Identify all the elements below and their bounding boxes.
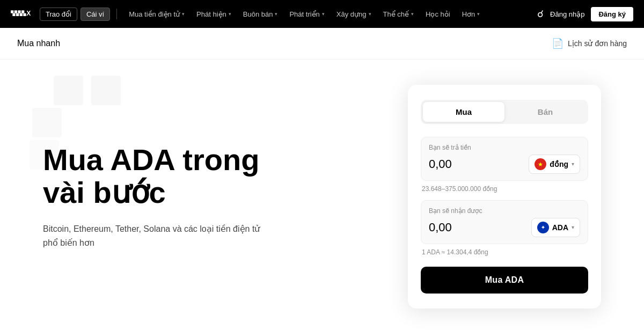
tab-buy[interactable]: Mua — [423, 102, 504, 122]
chevron-down-icon: ▾ — [411, 11, 414, 17]
svg-rect-0 — [11, 10, 13, 13]
chevron-down-icon: ▾ — [182, 11, 185, 17]
receive-currency-selector[interactable]: ✦ ADA ▾ — [531, 218, 580, 237]
svg-rect-5 — [21, 10, 24, 13]
nav-menu: Mua tiền điện tử ▾ Phát hiện ▾ Buôn bán … — [123, 7, 534, 21]
nav-item-buy[interactable]: Mua tiền điện tử ▾ — [123, 7, 190, 21]
buy-sell-card: Mua Bán Bạn sẽ trả tiền 0,00 đồng ▾ 23.6… — [408, 85, 601, 309]
pay-input-row: 0,00 đồng ▾ — [429, 155, 580, 174]
nav-item-institution[interactable]: Thể chế ▾ — [378, 7, 420, 21]
register-button[interactable]: Đăng ký — [591, 7, 633, 21]
vn-flag-icon — [535, 158, 546, 170]
nav-item-trade[interactable]: Buôn bán ▾ — [238, 7, 283, 21]
svg-rect-1 — [14, 10, 17, 13]
svg-rect-6 — [20, 13, 23, 16]
navbar: X Trao đổi Cái ví Mua tiền điện tử ▾ Phá… — [0, 0, 644, 28]
sub-header: Mua nhanh 📄 Lịch sử đơn hàng — [0, 28, 644, 60]
wallet-button[interactable]: Cái ví — [80, 8, 110, 21]
nav-item-more[interactable]: Hơn ▾ — [457, 7, 486, 21]
pay-currency-name: đồng — [550, 160, 568, 168]
svg-rect-7 — [23, 13, 26, 16]
receive-input-group: Bạn sẽ nhận được 0,00 ✦ ADA ▾ — [421, 200, 588, 244]
receive-label: Bạn sẽ nhận được — [429, 207, 580, 215]
main-content: Mua ADA trong vài bước Bitcoin, Ethereum… — [0, 60, 644, 330]
okx-logo[interactable]: X — [11, 9, 32, 19]
svg-rect-4 — [18, 10, 20, 13]
nav-item-learn[interactable]: Học hỏi — [420, 7, 456, 21]
exchange-button[interactable]: Trao đổi — [40, 8, 77, 21]
buy-button[interactable]: Mua ADA — [421, 267, 588, 294]
chevron-down-icon: ▾ — [369, 11, 371, 17]
chevron-down-icon: ▾ — [572, 224, 574, 230]
rate-text: 1 ADA ≈ 14.304,4 đồng — [421, 248, 588, 256]
pay-value[interactable]: 0,00 — [429, 157, 452, 171]
nav-divider — [116, 9, 117, 19]
search-icon[interactable]: ☌ — [537, 8, 544, 20]
chevron-down-icon: ▾ — [275, 11, 277, 17]
chevron-down-icon: ▾ — [229, 11, 231, 17]
order-history-icon: 📄 — [552, 38, 564, 49]
hero-subtitle: Bitcoin, Ethereum, Tether, Solana và các… — [43, 222, 268, 250]
order-history-link[interactable]: 📄 Lịch sử đơn hàng — [552, 38, 627, 49]
nav-item-develop[interactable]: Phát triển ▾ — [284, 7, 330, 21]
receive-input-row: 0,00 ✦ ADA ▾ — [429, 218, 580, 237]
nav-item-discover[interactable]: Phát hiện ▾ — [191, 7, 237, 21]
svg-text:X: X — [26, 10, 31, 17]
nav-item-build[interactable]: Xây dựng ▾ — [331, 7, 377, 21]
pay-label: Bạn sẽ trả tiền — [429, 144, 580, 151]
pay-currency-selector[interactable]: đồng ▾ — [529, 155, 580, 174]
card-tabs: Mua Bán — [421, 100, 588, 124]
receive-value[interactable]: 0,00 — [429, 221, 452, 234]
nav-actions: ☌ Đăng nhập Đăng ký — [537, 7, 633, 21]
tab-sell[interactable]: Bán — [504, 102, 586, 122]
ada-icon: ✦ — [537, 222, 549, 233]
chevron-down-icon: ▾ — [477, 11, 480, 17]
receive-currency-name: ADA — [552, 223, 568, 232]
page-title: Mua nhanh — [17, 39, 60, 48]
chevron-down-icon: ▾ — [322, 11, 325, 17]
svg-rect-3 — [16, 13, 19, 16]
hero-title: Mua ADA trong vài bước — [43, 143, 376, 209]
login-button[interactable]: Đăng nhập — [550, 10, 584, 18]
chevron-down-icon: ▾ — [572, 161, 574, 167]
hero-section: Mua ADA trong vài bước Bitcoin, Ethereum… — [43, 143, 376, 250]
pay-range-hint: 23.648–375.000.000 đồng — [421, 185, 588, 193]
pay-input-group: Bạn sẽ trả tiền 0,00 đồng ▾ — [421, 137, 588, 181]
svg-rect-2 — [12, 13, 15, 16]
